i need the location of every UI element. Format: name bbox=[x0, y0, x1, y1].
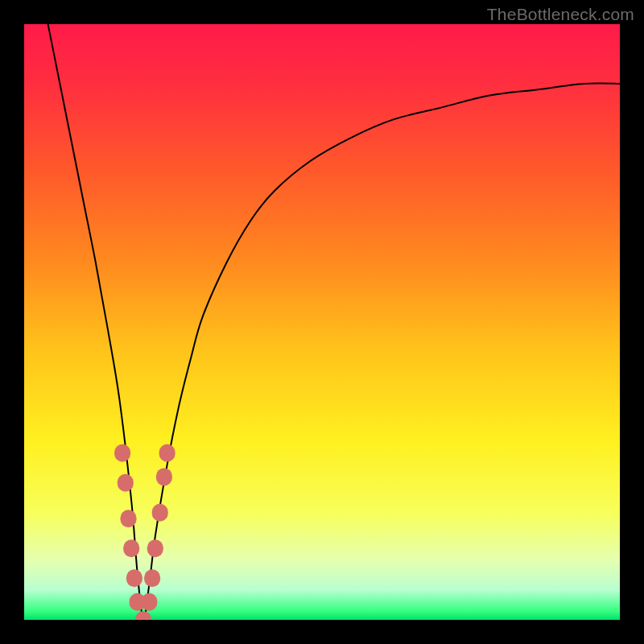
data-marker bbox=[114, 444, 130, 462]
plot-area bbox=[24, 24, 620, 620]
data-marker bbox=[144, 569, 160, 587]
data-marker bbox=[147, 539, 163, 557]
data-marker bbox=[156, 468, 172, 485]
data-marker bbox=[135, 611, 151, 620]
marker-group bbox=[114, 444, 175, 620]
chart-frame: TheBottleneck.com bbox=[0, 0, 644, 644]
data-marker bbox=[126, 569, 142, 587]
data-marker bbox=[159, 444, 175, 462]
data-marker bbox=[152, 504, 168, 522]
watermark-text: TheBottleneck.com bbox=[487, 5, 634, 24]
data-marker bbox=[118, 474, 134, 492]
data-marker bbox=[121, 510, 137, 527]
data-marker bbox=[123, 539, 139, 557]
curve-layer bbox=[24, 24, 620, 620]
data-marker bbox=[141, 593, 157, 611]
bottleneck-curve bbox=[48, 24, 620, 620]
